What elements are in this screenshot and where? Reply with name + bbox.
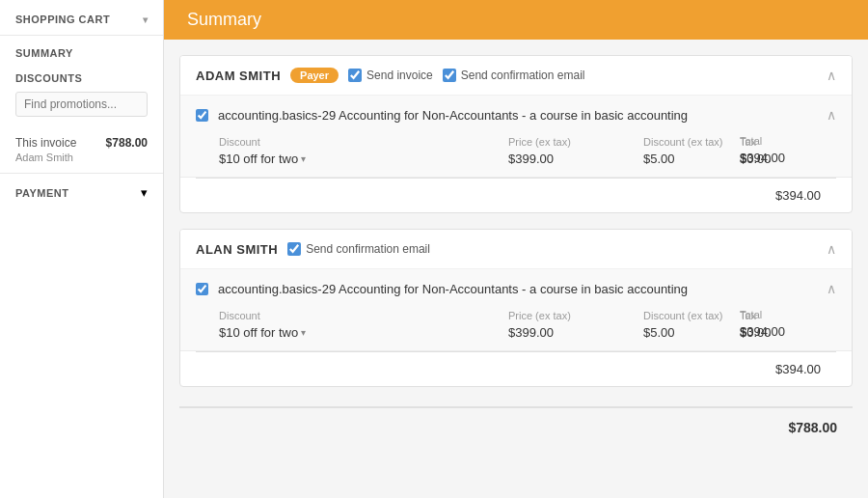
sidebar: SHOPPING CART ▾ SUMMARY DISCOUNTS This i… [0, 0, 164, 498]
adam-discount-value[interactable]: $10 off for two ▾ [219, 152, 412, 166]
alan-course-title: accounting.basics-29 Accounting for Non-… [218, 281, 688, 298]
alan-price-ex-tax-header: Price (ex tax) [508, 310, 643, 325]
invoice-person: Adam Smith [15, 152, 76, 163]
alan-spacer-value [412, 325, 508, 340]
adam-total-value: $394.00 [740, 151, 836, 165]
adam-total-header: Total [740, 135, 836, 151]
alan-subtotal-amount: $394.00 [775, 362, 821, 376]
adam-discount-dropdown-icon[interactable]: ▾ [301, 153, 306, 164]
shopping-cart-text: SHOPPING CART [15, 14, 110, 25]
page-header: Summary [164, 0, 868, 40]
send-invoice-checkbox[interactable] [348, 69, 362, 82]
adam-spacer-value [412, 152, 508, 166]
alan-discount-ex-tax-header: Discount (ex tax) [643, 310, 740, 325]
alan-smith-header: ALAN SMITH Send confirmation email ∧ [180, 230, 852, 269]
alan-price-ex-tax-value: $399.00 [508, 325, 643, 340]
invoice-amount: $788.00 [106, 136, 148, 150]
adam-smith-card: ADAM SMITH Payer Send invoice Send confi… [179, 55, 853, 213]
adam-smith-name: ADAM SMITH [196, 69, 281, 83]
send-invoice-label[interactable]: Send invoice [348, 69, 433, 82]
alan-spacer-header [412, 310, 508, 325]
adam-discount-header: Discount [219, 136, 412, 152]
alan-course-name: Accounting for Non-Accountants - a cours… [339, 282, 688, 296]
alan-send-confirmation-checkbox[interactable] [287, 242, 301, 256]
alan-send-confirmation-text: Send confirmation email [306, 242, 430, 256]
invoice-label: This invoice [15, 136, 76, 150]
adam-spacer-header [412, 136, 508, 152]
alan-discount-ex-tax-value: $5.00 [643, 325, 740, 340]
alan-discount-header: Discount [219, 310, 412, 325]
alan-course-checkbox[interactable] [196, 283, 208, 295]
adam-course-section: accounting.basics-29 Accounting for Non-… [180, 96, 852, 178]
adam-smith-header: ADAM SMITH Payer Send invoice Send confi… [180, 56, 852, 96]
adam-course-header: accounting.basics-29 Accounting for Non-… [196, 107, 836, 124]
grand-total-amount: $788.00 [788, 420, 837, 435]
adam-course-title: accounting.basics-29 Accounting for Non-… [218, 107, 688, 124]
alan-course-section: accounting.basics-29 Accounting for Non-… [180, 269, 852, 351]
shopping-cart-label[interactable]: SHOPPING CART ▾ [15, 14, 148, 25]
adam-course-checkbox[interactable] [196, 109, 208, 122]
grand-total-row: $788.00 [179, 406, 853, 447]
alan-smith-name: ALAN SMITH [196, 242, 278, 257]
adam-send-confirmation-label[interactable]: Send confirmation email [443, 69, 585, 82]
alan-course-collapse-icon[interactable]: ∧ [827, 281, 836, 296]
promotions-search-input[interactable] [15, 92, 148, 117]
alan-course-code: accounting.basics-29 [218, 282, 336, 296]
alan-total-header: Total [740, 309, 836, 324]
alan-discount-dropdown-icon[interactable]: ▾ [301, 327, 306, 338]
payer-badge: Payer [290, 68, 339, 83]
shopping-cart-section[interactable]: SHOPPING CART ▾ [0, 0, 163, 36]
alan-subtotal-row: $394.00 [196, 351, 836, 386]
page-title: Summary [187, 10, 261, 30]
adam-send-confirmation-checkbox[interactable] [443, 69, 456, 82]
adam-discount-ex-tax-value: $5.00 [643, 152, 740, 166]
adam-course-name: Accounting for Non-Accountants - a cours… [339, 108, 688, 123]
alan-smith-card: ALAN SMITH Send confirmation email ∧ acc… [179, 229, 853, 387]
send-invoice-text: Send invoice [366, 69, 433, 82]
discounts-label: DISCOUNTS [0, 63, 163, 88]
main-content-area: Summary ADAM SMITH Payer Send invoice Se… [164, 0, 868, 498]
adam-course-code: accounting.basics-29 [218, 108, 336, 123]
summary-content: ADAM SMITH Payer Send invoice Send confi… [164, 40, 868, 462]
payment-chevron-icon: ▾ [141, 185, 148, 200]
summary-label: SUMMARY [0, 36, 163, 63]
adam-course-collapse-icon[interactable]: ∧ [827, 107, 836, 123]
adam-discount-ex-tax-header: Discount (ex tax) [643, 136, 740, 152]
alan-send-confirmation-label[interactable]: Send confirmation email [287, 242, 430, 256]
payment-label: PAYMENT [15, 187, 68, 199]
alan-course-header: accounting.basics-29 Accounting for Non-… [196, 281, 836, 298]
payment-section[interactable]: PAYMENT ▾ [0, 174, 163, 211]
adam-collapse-icon[interactable]: ∧ [827, 68, 836, 83]
alan-total-value: $394.00 [740, 324, 836, 339]
adam-price-ex-tax-value: $399.00 [508, 152, 643, 166]
adam-price-ex-tax-header: Price (ex tax) [508, 136, 643, 152]
invoice-section: This invoice Adam Smith $788.00 [0, 126, 163, 174]
adam-subtotal-row: $394.00 [196, 178, 836, 212]
adam-send-confirmation-text: Send confirmation email [461, 69, 585, 82]
alan-discount-value[interactable]: $10 off for two ▾ [219, 325, 412, 340]
shopping-cart-chevron-icon: ▾ [143, 14, 149, 25]
alan-collapse-icon[interactable]: ∧ [827, 241, 836, 257]
adam-subtotal-amount: $394.00 [775, 188, 821, 203]
